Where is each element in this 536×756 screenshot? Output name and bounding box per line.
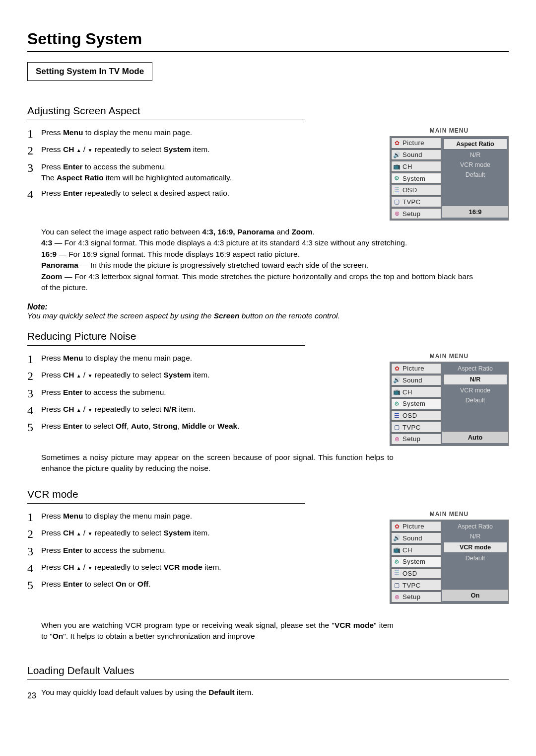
- step-number: 4: [27, 188, 41, 201]
- section2-row: 1Press Menu to display the menu main pag…: [27, 353, 509, 452]
- menu-item-label: OSD: [402, 412, 441, 419]
- menu-item-tvpc[interactable]: ▢TVPC: [391, 422, 441, 433]
- menu-item-tvpc[interactable]: ▢TVPC: [391, 580, 441, 591]
- section4-title: Loading Default Values: [27, 665, 509, 677]
- step-number: 3: [27, 387, 41, 400]
- menu-item-system[interactable]: ⚙System: [391, 556, 441, 567]
- page-number: 23: [27, 691, 36, 700]
- step-body: Press Enter to select On or Off.: [41, 579, 305, 592]
- divider: [27, 120, 305, 120]
- submenu-value: On: [442, 589, 508, 601]
- step-number: 2: [27, 528, 41, 540]
- menu-item-label: Picture: [402, 139, 441, 147]
- step-number: 1: [27, 353, 41, 366]
- submenu-value: Auto: [442, 431, 508, 443]
- step: 3Press Enter to access the submenu.: [27, 545, 305, 558]
- menu-item-osd[interactable]: ☰OSD: [391, 185, 441, 196]
- menu-item-ch[interactable]: 📺CH: [391, 386, 441, 397]
- menu-icon: ✿: [392, 523, 402, 530]
- menu-item-label: CH: [402, 163, 441, 170]
- menu-item-sound[interactable]: 🔊Sound: [391, 150, 441, 160]
- submenu-option[interactable]: Default: [442, 170, 508, 180]
- submenu-option[interactable]: Aspect Ratio: [443, 139, 507, 150]
- section1-steps: 1Press Menu to display the menu main pag…: [27, 127, 305, 201]
- submenu-option[interactable]: N/R: [442, 150, 508, 160]
- menu-title: MAIN MENU: [390, 511, 509, 520]
- menu-item-picture[interactable]: ✿Picture: [391, 138, 441, 149]
- step: 3Press Enter to access the submenu.: [27, 387, 305, 400]
- menu-icon: 📺: [392, 163, 402, 170]
- menu-item-sound[interactable]: 🔊Sound: [391, 375, 441, 386]
- menu-item-picture[interactable]: ✿Picture: [391, 363, 441, 374]
- section2-steps: 1Press Menu to display the menu main pag…: [27, 353, 305, 434]
- menu-item-tvpc[interactable]: ▢TVPC: [391, 197, 441, 208]
- menu-item-label: OSD: [402, 570, 441, 577]
- menu-icon: ⊚: [392, 436, 402, 443]
- section4-text: You may quickly load default values by u…: [41, 687, 473, 698]
- menu-item-ch[interactable]: 📺CH: [391, 544, 441, 555]
- menu-icon: ⚙: [392, 558, 402, 565]
- step-body: Press CH / repeatedly to select N/R item…: [41, 404, 305, 417]
- section3-steps: 1Press Menu to display the menu main pag…: [27, 511, 305, 592]
- menu-icon: ⚙: [392, 175, 402, 182]
- menu-item-osd[interactable]: ☰OSD: [391, 410, 441, 421]
- menu-body: ✿Picture🔊Sound📺CH⚙System☰OSD▢TVPC⊚SetupA…: [390, 136, 509, 221]
- menu-icon: ⊚: [392, 210, 402, 217]
- menu-icon: ▢: [392, 424, 402, 431]
- submenu-option[interactable]: Aspect Ratio: [442, 364, 508, 374]
- menu-item-label: TVPC: [402, 582, 441, 589]
- step: 1Press Menu to display the menu main pag…: [27, 127, 305, 140]
- menu-item-label: System: [402, 175, 441, 182]
- menu-item-system[interactable]: ⚙System: [391, 398, 441, 409]
- submenu-option[interactable]: N/R: [442, 531, 508, 541]
- menu-item-label: Picture: [402, 365, 441, 372]
- menu-title: MAIN MENU: [390, 353, 509, 362]
- submenu-option[interactable]: Default: [442, 395, 508, 405]
- submenu-option[interactable]: VCR mode: [442, 160, 508, 170]
- step-number: 2: [27, 144, 41, 157]
- step-body: Press Enter to access the submenu.The As…: [41, 161, 305, 184]
- submenu-option[interactable]: Aspect Ratio: [442, 522, 508, 531]
- menu-item-ch[interactable]: 📺CH: [391, 161, 441, 172]
- step: 2Press CH / repeatedly to select System …: [27, 370, 305, 382]
- step-body: Press Menu to display the menu main page…: [41, 127, 305, 140]
- step-number: 1: [27, 127, 41, 140]
- step-number: 5: [27, 421, 41, 434]
- submenu-option[interactable]: N/R: [443, 374, 507, 385]
- step-body: Press Menu to display the menu main page…: [41, 511, 305, 524]
- divider: [27, 345, 305, 346]
- section1-row: 1Press Menu to display the menu main pag…: [27, 127, 509, 227]
- step: 4Press CH / repeatedly to select N/R ite…: [27, 404, 305, 417]
- menu-left-column: ✿Picture🔊Sound📺CH⚙System☰OSD▢TVPC⊚Setup: [390, 362, 442, 446]
- menu-item-label: Setup: [402, 435, 441, 443]
- menu-icon: ▢: [392, 198, 402, 205]
- menu-item-setup[interactable]: ⊚Setup: [391, 434, 441, 445]
- menu-item-system[interactable]: ⚙System: [391, 173, 441, 184]
- submenu-option[interactable]: Default: [442, 553, 508, 563]
- section3-title: VCR mode: [27, 488, 509, 500]
- menu-left-column: ✿Picture🔊Sound📺CH⚙System☰OSD▢TVPC⊚Setup: [390, 137, 442, 220]
- step-number: 4: [27, 404, 41, 417]
- step-number: 4: [27, 562, 41, 575]
- menu-item-label: System: [402, 558, 441, 565]
- menu-icon: ⚙: [392, 400, 402, 407]
- menu-item-osd[interactable]: ☰OSD: [391, 568, 441, 579]
- menu-item-label: Setup: [402, 210, 441, 218]
- menu-body: ✿Picture🔊Sound📺CH⚙System☰OSD▢TVPC⊚SetupA…: [390, 362, 509, 446]
- step-body: Press Enter to access the submenu.: [41, 545, 305, 558]
- menu-icon: ✿: [392, 365, 402, 372]
- step: 1Press Menu to display the menu main pag…: [27, 511, 305, 524]
- menu-item-picture[interactable]: ✿Picture: [391, 521, 441, 532]
- menu-icon: 🔊: [392, 377, 402, 383]
- step-body: Press CH / repeatedly to select System i…: [41, 370, 305, 382]
- menu-item-setup[interactable]: ⊚Setup: [391, 208, 441, 219]
- menu-item-label: Sound: [402, 151, 441, 158]
- step-number: 5: [27, 579, 41, 592]
- menu-right-column: Aspect RatioN/RVCR modeDefaultOn: [442, 520, 508, 604]
- menu-right-column: Aspect RatioN/RVCR modeDefaultAuto: [442, 362, 508, 446]
- step: 4Press CH / repeatedly to select VCR mod…: [27, 562, 305, 575]
- submenu-option[interactable]: VCR mode: [442, 385, 508, 395]
- menu-item-setup[interactable]: ⊚Setup: [391, 592, 441, 603]
- submenu-option[interactable]: VCR mode: [443, 542, 507, 553]
- menu-item-sound[interactable]: 🔊Sound: [391, 532, 441, 543]
